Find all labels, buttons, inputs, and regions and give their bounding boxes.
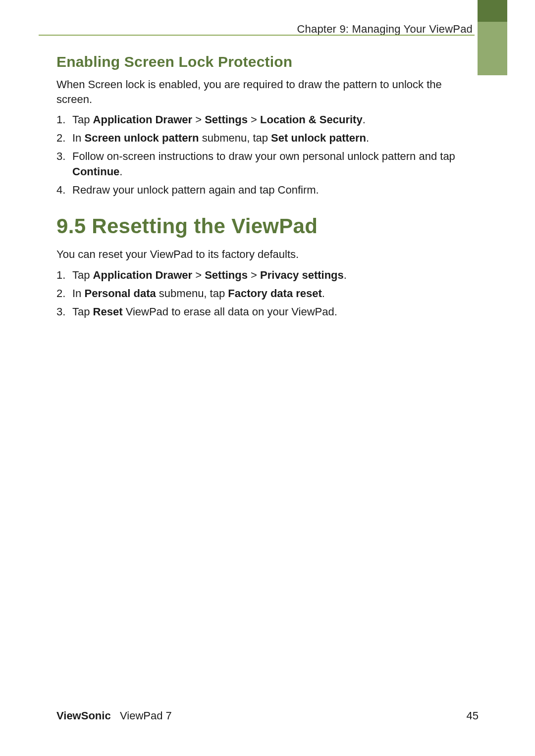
step-text: . <box>322 287 325 300</box>
list-item: Tap Reset ViewPad to erase all data on y… <box>56 304 479 320</box>
step-text: In <box>72 132 84 144</box>
step-text: Tap <box>72 269 93 281</box>
step-bold: Continue <box>72 165 119 178</box>
step-text: ViewPad to erase all data on your ViewPa… <box>123 305 337 318</box>
step-text: Tap <box>72 305 93 318</box>
step-text: Follow on-screen instructions to draw yo… <box>72 150 455 162</box>
list-item: Tap Application Drawer > Settings > Priv… <box>56 268 479 283</box>
footer-brand: ViewSonic ViewPad 7 <box>56 709 172 722</box>
step-sep: > <box>192 269 205 281</box>
subheading-screen-lock: Enabling Screen Lock Protection <box>56 53 479 70</box>
step-bold: Set unlock pattern <box>271 132 366 144</box>
page-number: 45 <box>467 709 479 722</box>
step-bold: Screen unlock pattern <box>84 132 199 144</box>
step-sep: > <box>192 113 205 126</box>
footer-brand-bold: ViewSonic <box>56 709 111 722</box>
step-bold: Location & Security <box>260 113 363 126</box>
step-bold: Application Drawer <box>93 269 192 281</box>
steps-screen-lock: Tap Application Drawer > Settings > Loca… <box>56 112 479 198</box>
list-item: Follow on-screen instructions to draw yo… <box>56 149 479 180</box>
footer-brand-rest: ViewPad 7 <box>120 709 172 722</box>
list-item: Redraw your unlock pattern again and tap… <box>56 183 479 198</box>
step-text: . <box>119 165 122 178</box>
step-bold: Factory data reset <box>228 287 322 300</box>
chapter-label: Chapter 9: Managing Your ViewPad <box>297 23 473 36</box>
tab-light-block <box>478 22 507 75</box>
step-sep: > <box>248 269 260 281</box>
step-sep: > <box>248 113 260 126</box>
page-footer: ViewSonic ViewPad 7 45 <box>56 709 479 722</box>
document-page: Chapter 9: Managing Your ViewPad Enablin… <box>0 0 535 756</box>
page-tab-decoration <box>478 0 507 75</box>
step-text: Tap <box>72 113 93 126</box>
section-heading-resetting: 9.5 Resetting the ViewPad <box>56 214 479 238</box>
step-bold: Privacy settings <box>260 269 344 281</box>
list-item: In Screen unlock pattern submenu, tap Se… <box>56 131 479 146</box>
step-text: . <box>344 269 347 281</box>
step-bold: Settings <box>205 113 248 126</box>
step-text: In <box>72 287 84 300</box>
main-content: Enabling Screen Lock Protection When Scr… <box>56 53 479 319</box>
step-bold: Application Drawer <box>93 113 192 126</box>
step-bold: Settings <box>205 269 248 281</box>
tab-dark-block <box>478 0 507 22</box>
list-item: In Personal data submenu, tap Factory da… <box>56 286 479 302</box>
list-item: Tap Application Drawer > Settings > Loca… <box>56 112 479 128</box>
header-divider <box>39 35 475 36</box>
step-text: submenu, tap <box>199 132 271 144</box>
intro-screen-lock: When Screen lock is enabled, you are req… <box>56 77 479 106</box>
step-bold: Personal data <box>84 287 156 300</box>
steps-resetting: Tap Application Drawer > Settings > Priv… <box>56 268 479 319</box>
step-bold: Reset <box>93 305 123 318</box>
intro-resetting: You can reset your ViewPad to its factor… <box>56 247 479 262</box>
step-text: Redraw your unlock pattern again and tap… <box>72 184 319 196</box>
step-text: . <box>366 132 369 144</box>
step-text: . <box>363 113 366 126</box>
step-text: submenu, tap <box>156 287 228 300</box>
